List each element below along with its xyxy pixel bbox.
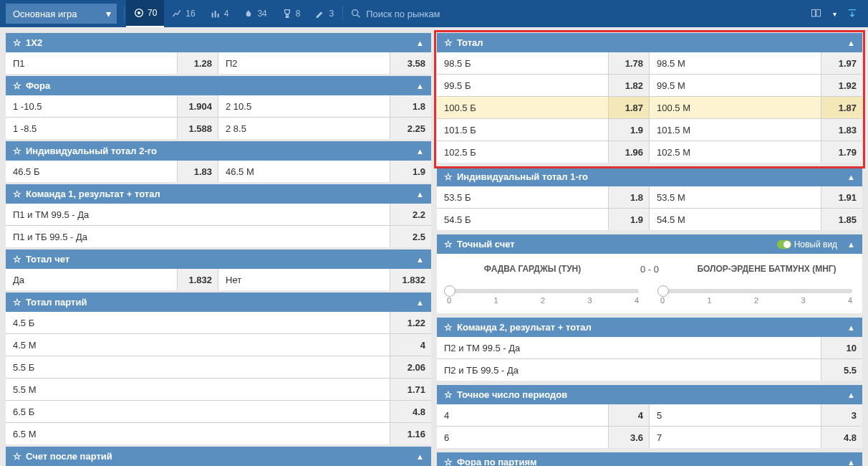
chevron-down-icon[interactable]: ▾: [833, 10, 836, 18]
bet-option[interactable]: 102.5 Б: [437, 141, 608, 163]
panel-header[interactable]: ☆ Счет после партий ▲: [6, 447, 431, 466]
panel-header[interactable]: ☆ Фора по партиям ▲: [437, 452, 862, 466]
bet-option[interactable]: 101.5 Б: [437, 119, 608, 141]
bet-option[interactable]: Да: [6, 269, 177, 290]
bet-option[interactable]: 6.5 Б: [6, 401, 390, 422]
bet-option[interactable]: 98.5 М: [650, 52, 821, 74]
bet-option[interactable]: 4: [437, 404, 608, 426]
panel-header[interactable]: ☆ Точный счет Новый вид▲: [437, 234, 862, 254]
star-icon[interactable]: ☆: [13, 451, 21, 462]
chevron-up-icon[interactable]: ▲: [847, 173, 855, 181]
bet-option[interactable]: 1 -8.5: [6, 118, 177, 139]
chevron-up-icon[interactable]: ▲: [847, 240, 855, 249]
chevron-up-icon[interactable]: ▲: [416, 82, 424, 90]
bet-odds[interactable]: 1.91: [821, 186, 862, 208]
team2-slider[interactable]: 01234: [660, 289, 852, 305]
star-icon[interactable]: ☆: [444, 239, 453, 249]
bet-option[interactable]: 6.5 М: [6, 423, 390, 444]
bet-odds[interactable]: 1.82: [608, 75, 650, 96]
toolbar-tab-target[interactable]: 70: [126, 0, 164, 27]
chevron-up-icon[interactable]: ▲: [847, 323, 855, 332]
bet-option[interactable]: 100.5 М: [650, 97, 821, 118]
bet-option[interactable]: 53.5 Б: [437, 186, 608, 208]
bet-option[interactable]: 5.5 М: [6, 379, 390, 400]
panel-header[interactable]: ☆ Индивидуальный тотал 2-го ▲: [6, 141, 431, 161]
toolbar-tab-bars[interactable]: 4: [203, 0, 236, 27]
bet-odds[interactable]: 4: [608, 404, 650, 426]
panel-header[interactable]: ☆ Тотал партий ▲: [6, 293, 431, 312]
bet-option[interactable]: 4.5 Б: [6, 312, 390, 333]
panel-header[interactable]: ☆ Команда 1, результат + тотал ▲: [6, 184, 431, 204]
bet-odds[interactable]: 1.904: [177, 95, 218, 117]
bet-odds[interactable]: 1.78: [608, 52, 650, 74]
bet-option[interactable]: 2 8.5: [218, 118, 390, 139]
bet-odds[interactable]: 1.96: [608, 141, 650, 163]
bet-odds[interactable]: 1.85: [821, 209, 862, 230]
bet-odds[interactable]: 3: [821, 404, 862, 426]
bet-odds[interactable]: 1.832: [390, 269, 431, 290]
star-icon[interactable]: ☆: [444, 171, 453, 182]
bet-odds[interactable]: 1.588: [177, 118, 218, 139]
star-icon[interactable]: ☆: [444, 389, 453, 400]
bet-option[interactable]: 7: [650, 427, 821, 448]
bet-odds[interactable]: 2.25: [390, 118, 431, 139]
bet-option[interactable]: Нет: [218, 269, 390, 290]
chevron-up-icon[interactable]: ▲: [416, 255, 424, 264]
team1-slider[interactable]: 01234: [447, 289, 639, 305]
bet-option[interactable]: П2 и ТМ 99.5 - Да: [437, 337, 821, 358]
bet-odds[interactable]: 2.5: [390, 226, 431, 247]
bet-option[interactable]: П1 и ТБ 99.5 - Да: [6, 226, 390, 247]
bet-option[interactable]: 54.5 М: [650, 209, 821, 230]
bet-odds[interactable]: 1.83: [177, 161, 218, 182]
layout-icon[interactable]: [809, 8, 824, 19]
bet-odds[interactable]: 1.92: [821, 75, 862, 96]
bet-option[interactable]: 100.5 Б: [437, 97, 608, 118]
chevron-up-icon[interactable]: ▲: [847, 458, 855, 467]
bet-odds[interactable]: 3.6: [608, 427, 650, 448]
toolbar-tab-flame[interactable]: 34: [236, 0, 274, 27]
star-icon[interactable]: ☆: [444, 37, 453, 48]
bet-option[interactable]: 5: [650, 404, 821, 426]
star-icon[interactable]: ☆: [444, 322, 453, 333]
chevron-up-icon[interactable]: ▲: [416, 190, 424, 199]
bet-option[interactable]: 5.5 Б: [6, 356, 390, 378]
bet-option[interactable]: П1: [6, 52, 177, 74]
bet-odds[interactable]: 1.8: [608, 186, 650, 208]
bet-option[interactable]: 99.5 М: [650, 75, 821, 96]
bet-option[interactable]: 46.5 М: [218, 161, 390, 182]
collapse-icon[interactable]: [845, 8, 859, 19]
bet-odds[interactable]: 3.58: [390, 52, 431, 74]
bet-odds[interactable]: 1.16: [390, 423, 431, 444]
chevron-up-icon[interactable]: ▲: [416, 147, 424, 156]
toolbar-tab-chart[interactable]: 16: [164, 0, 202, 27]
bet-odds[interactable]: 1.22: [390, 312, 431, 333]
toolbar-tab-pencil[interactable]: 3: [307, 0, 341, 27]
bet-option[interactable]: П2 и ТБ 99.5 - Да: [437, 359, 821, 381]
bet-odds[interactable]: 4: [390, 334, 431, 356]
panel-header[interactable]: ☆ Индивидуальный тотал 1-го ▲: [437, 167, 862, 186]
new-view-toggle[interactable]: Новый вид: [777, 239, 837, 249]
star-icon[interactable]: ☆: [13, 189, 21, 199]
chevron-up-icon[interactable]: ▲: [416, 452, 424, 461]
bet-odds[interactable]: 2.06: [390, 356, 431, 378]
bet-odds[interactable]: 4.8: [821, 427, 862, 448]
market-search[interactable]: [350, 8, 809, 19]
panel-header[interactable]: ☆ Фора ▲: [6, 76, 431, 95]
star-icon[interactable]: ☆: [444, 457, 453, 466]
bet-option[interactable]: 54.5 Б: [437, 209, 608, 230]
game-mode-dropdown[interactable]: Основная игра: [6, 4, 117, 24]
bet-odds[interactable]: 5.5: [821, 359, 862, 381]
star-icon[interactable]: ☆: [13, 37, 21, 48]
bet-odds[interactable]: 1.8: [390, 95, 431, 117]
bet-odds[interactable]: 2.2: [390, 204, 431, 225]
bet-option[interactable]: 102.5 М: [650, 141, 821, 163]
bet-odds[interactable]: 1.97: [821, 52, 862, 74]
bet-option[interactable]: П2: [218, 52, 390, 74]
chevron-up-icon[interactable]: ▲: [416, 298, 424, 307]
bet-option[interactable]: П1 и ТМ 99.5 - Да: [6, 204, 390, 225]
bet-odds[interactable]: 1.9: [608, 119, 650, 141]
search-input[interactable]: [366, 9, 509, 19]
panel-header[interactable]: ☆ Тотал чет ▲: [6, 249, 431, 269]
bet-option[interactable]: 2 10.5: [218, 95, 390, 117]
bet-odds[interactable]: 1.28: [177, 52, 218, 74]
